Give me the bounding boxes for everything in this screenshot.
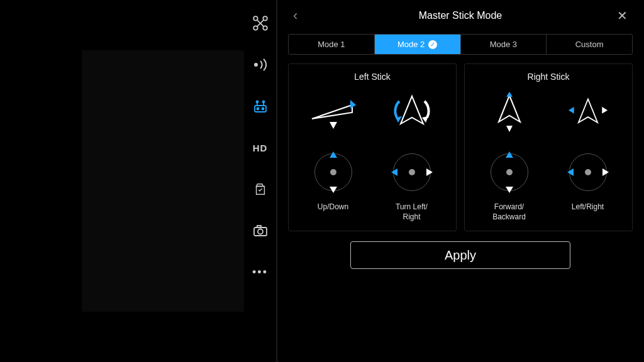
tab-label: Mode 1 (318, 40, 345, 49)
camera-icon[interactable] (252, 222, 269, 239)
panel-header: ‹ Master Stick Mode ✕ (288, 0, 633, 31)
back-icon[interactable]: ‹ (293, 8, 297, 24)
apply-label: Apply (445, 248, 476, 263)
right-stick-pane: Right Stick (464, 63, 633, 231)
tab-label: Mode 2 (397, 40, 425, 49)
right-stick-title: Right Stick (528, 72, 570, 82)
tab-label: Custom (575, 40, 604, 49)
empty-left-margin (0, 0, 82, 362)
left-stick-horizontal (393, 153, 431, 191)
svg-marker-25 (506, 92, 513, 97)
axis-label-roll: Left/Right (563, 202, 613, 222)
svg-point-16 (258, 229, 263, 234)
camera-preview[interactable] (82, 50, 244, 312)
svg-marker-21 (401, 96, 423, 124)
svg-marker-18 (312, 105, 352, 119)
signal-icon[interactable] (252, 57, 269, 73)
hd-icon[interactable]: HD (252, 140, 269, 156)
pitch-diagram (484, 90, 535, 134)
left-stick-pane: Left Stick (288, 63, 457, 231)
right-stick-vertical (491, 153, 528, 191)
apply-button[interactable]: Apply (350, 241, 570, 269)
axis-label-pitch: Forward/ Backward (484, 202, 535, 222)
svg-marker-27 (578, 99, 597, 123)
svg-marker-26 (506, 126, 513, 132)
left-stick-title: Left Stick (354, 72, 391, 82)
left-stick-vertical (314, 153, 352, 191)
page-title: Master Stick Mode (419, 10, 502, 21)
close-icon[interactable]: ✕ (617, 8, 628, 23)
tab-custom[interactable]: Custom (547, 35, 632, 54)
svg-point-11 (256, 101, 258, 103)
tab-mode-3[interactable]: Mode 3 (461, 35, 547, 54)
settings-sidebar: HD ••• (244, 0, 277, 362)
svg-marker-29 (602, 107, 608, 114)
svg-point-6 (254, 63, 258, 67)
roll-diagram (563, 90, 613, 134)
check-icon: ✓ (428, 40, 437, 49)
svg-rect-17 (257, 226, 261, 228)
svg-marker-20 (330, 122, 337, 129)
svg-marker-28 (568, 107, 574, 114)
tab-mode-2[interactable]: Mode 2 ✓ (375, 35, 461, 54)
right-stick-horizontal (569, 153, 607, 191)
battery-checklist-icon[interactable] (252, 181, 269, 197)
svg-point-13 (262, 101, 264, 103)
svg-marker-19 (350, 100, 356, 109)
throttle-diagram (308, 90, 358, 134)
rc-icon[interactable] (252, 98, 269, 114)
mode-tabs: Mode 1 Mode 2 ✓ Mode 3 Custom (288, 34, 633, 55)
svg-marker-24 (499, 96, 520, 122)
tab-mode-1[interactable]: Mode 1 (289, 35, 375, 54)
svg-point-9 (262, 108, 264, 110)
svg-point-8 (257, 108, 258, 110)
axis-label-updown: Up/Down (308, 202, 358, 222)
tab-label: Mode 3 (490, 40, 517, 49)
more-icon[interactable]: ••• (252, 264, 269, 280)
aircraft-icon[interactable] (252, 15, 269, 31)
yaw-diagram (387, 90, 437, 134)
axis-label-turn: Turn Left/ Right (387, 202, 437, 222)
